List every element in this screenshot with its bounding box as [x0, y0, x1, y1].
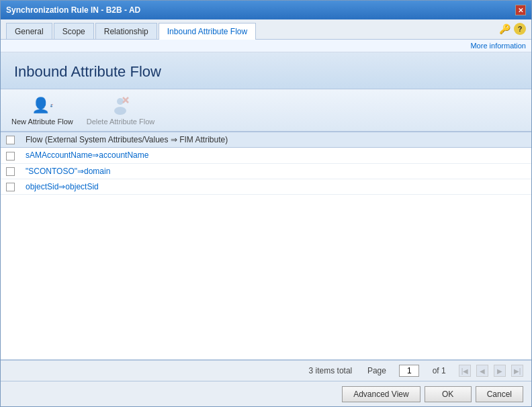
new-attribute-flow-label: New Attribute Flow: [11, 118, 73, 126]
toolbar: New Attribute Flow Delete Attribute Flow: [1, 89, 531, 132]
main-window: Synchronization Rule IN - B2B - AD ✕ Gen…: [0, 0, 532, 407]
row-checkbox-cell: [1, 148, 20, 163]
svg-point-0: [50, 104, 52, 105]
last-page-button[interactable]: ▶|: [511, 365, 523, 377]
flow-cell-1: "SCONTOSO"⇒domain: [20, 163, 531, 179]
first-page-button[interactable]: |◀: [459, 365, 471, 377]
page-header: Inbound Attribute Flow: [1, 52, 531, 89]
more-info-bar: More information: [1, 40, 531, 52]
attribute-table: Flow (External System Attributes/Values …: [1, 132, 531, 195]
flow-column-header: Flow (External System Attributes/Values …: [20, 132, 531, 148]
tab-scope[interactable]: Scope: [54, 23, 94, 39]
flow-cell-0: sAMAccountName⇒accountName: [20, 148, 531, 163]
tab-inbound-attribute-flow[interactable]: Inbound Attribute Flow: [159, 23, 256, 40]
cancel-button[interactable]: Cancel: [476, 386, 523, 402]
title-bar: Synchronization Rule IN - B2B - AD ✕: [1, 1, 531, 19]
key-icon[interactable]: 🔑: [498, 22, 511, 36]
content-area: More information Inbound Attribute Flow …: [1, 40, 531, 381]
page-title: Inbound Attribute Flow: [14, 63, 518, 81]
new-flow-icon: [32, 95, 53, 116]
row-checkbox-1[interactable]: [6, 167, 15, 176]
delete-attribute-flow-button[interactable]: Delete Attribute Flow: [87, 95, 155, 126]
window-title: Synchronization Rule IN - B2B - AD: [6, 5, 140, 15]
svg-point-4: [117, 98, 124, 105]
close-button[interactable]: ✕: [515, 5, 526, 15]
tabs-bar: General Scope Relationship Inbound Attri…: [1, 19, 531, 40]
svg-point-1: [50, 105, 52, 107]
row-checkbox-cell: [1, 163, 20, 179]
ok-button[interactable]: OK: [425, 386, 472, 402]
status-bar: 3 items total Page of 1 |◀ ◀ ▶ ▶|: [1, 359, 531, 381]
attribute-table-container: Flow (External System Attributes/Values …: [1, 132, 531, 359]
page-of: of 1: [433, 366, 446, 375]
advanced-view-button[interactable]: Advanced View: [342, 386, 420, 402]
flow-cell-2: objectSid⇒objectSid: [20, 179, 531, 194]
items-total: 3 items total: [309, 366, 353, 375]
delete-flow-icon: [109, 95, 131, 116]
table-row[interactable]: "SCONTOSO"⇒domain: [1, 163, 531, 179]
table-row[interactable]: objectSid⇒objectSid: [1, 179, 531, 194]
more-info-link[interactable]: More information: [470, 42, 526, 50]
tab-general[interactable]: General: [6, 23, 52, 39]
prev-page-button[interactable]: ◀: [476, 365, 488, 377]
page-input[interactable]: [399, 365, 419, 377]
table-row[interactable]: sAMAccountName⇒accountName: [1, 148, 531, 163]
row-checkbox-0[interactable]: [6, 152, 15, 161]
select-all-checkbox[interactable]: [6, 136, 15, 144]
svg-point-5: [114, 107, 126, 115]
header-checkbox-cell: [1, 132, 20, 148]
tab-relationship[interactable]: Relationship: [95, 23, 157, 39]
page-label: Page: [367, 366, 386, 375]
footer-bar: Advanced View OK Cancel: [1, 381, 531, 406]
help-icon[interactable]: ?: [514, 23, 526, 35]
row-checkbox-2[interactable]: [6, 183, 15, 191]
delete-attribute-flow-label: Delete Attribute Flow: [87, 118, 155, 126]
next-page-button[interactable]: ▶: [494, 365, 506, 377]
new-attribute-flow-button[interactable]: New Attribute Flow: [11, 95, 73, 126]
row-checkbox-cell: [1, 179, 20, 194]
